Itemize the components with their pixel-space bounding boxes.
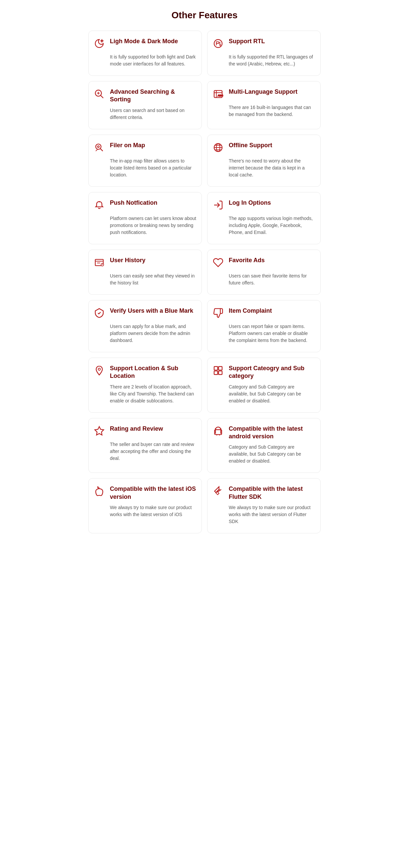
search-icon bbox=[94, 89, 106, 101]
feature-card-support-location: Support Location & Sub LocationThere are… bbox=[88, 358, 202, 413]
svg-point-18 bbox=[98, 146, 99, 147]
feature-title: Rating and Review bbox=[110, 425, 163, 433]
feature-title: Push Notfication bbox=[110, 199, 157, 207]
category-icon bbox=[213, 365, 225, 377]
login-icon bbox=[213, 200, 225, 212]
star-icon bbox=[94, 426, 106, 438]
feature-description: It is fully supported the RTL languages … bbox=[229, 54, 315, 67]
feature-title: Item Complaint bbox=[229, 307, 272, 315]
svg-rect-33 bbox=[218, 367, 222, 370]
features-grid: Ligh Mode & Dark ModeIt is fully support… bbox=[88, 31, 321, 533]
feature-title: Support Location & Sub Location bbox=[110, 365, 196, 380]
feature-description: Users can report fake or spam items. Pla… bbox=[229, 323, 315, 344]
feature-header: Support Cateogry and Sub category bbox=[213, 365, 315, 380]
thumbs-down-icon bbox=[213, 308, 225, 320]
feature-description: We always try to make sure our product w… bbox=[229, 504, 315, 525]
feature-title: Support RTL bbox=[229, 37, 265, 45]
feature-card-offline-support: Offline SupportThere's no need to worry … bbox=[207, 134, 321, 187]
map-search-icon bbox=[94, 142, 106, 154]
feature-header: Compatible with the latest iOS version bbox=[94, 485, 196, 501]
svg-rect-35 bbox=[218, 371, 222, 374]
feature-card-rating-review: Rating and ReviewThe seller and buyer ca… bbox=[88, 418, 202, 473]
feature-title: Support Cateogry and Sub category bbox=[229, 365, 315, 380]
feature-card-support-category: Support Cateogry and Sub categoryCategor… bbox=[207, 358, 321, 413]
feature-header: Support Location & Sub Location bbox=[94, 365, 196, 380]
heart-icon bbox=[213, 257, 225, 269]
feature-title: User History bbox=[110, 256, 145, 264]
feature-header: Log In Options bbox=[213, 199, 315, 212]
rtl-icon bbox=[213, 38, 225, 50]
language-icon: ABC bbox=[213, 89, 225, 101]
feature-header: Compatible with the latest android versi… bbox=[213, 425, 315, 441]
feature-card-support-rtl: Support RTLIt is fully supported the RTL… bbox=[207, 31, 321, 76]
page-title: Other Features bbox=[88, 10, 321, 21]
moon-sun-icon bbox=[94, 38, 106, 50]
feature-description: Users can search and sort based on diffe… bbox=[110, 107, 196, 121]
feature-description: There are 2 levels of location approach,… bbox=[110, 383, 196, 404]
feature-card-advanced-searching: Advanced Searching & SortingUsers can se… bbox=[88, 81, 202, 129]
feature-header: Rating and Review bbox=[94, 425, 196, 438]
feature-title: Ligh Mode & Dark Mode bbox=[110, 37, 178, 45]
feature-description: Users can apply for a blue mark, and pla… bbox=[110, 323, 196, 344]
history-icon bbox=[94, 257, 106, 269]
feature-card-push-notification: Push NotficationPlatform owners can let … bbox=[88, 192, 202, 244]
feature-header: Advanced Searching & Sorting bbox=[94, 88, 196, 104]
android-icon bbox=[213, 426, 225, 438]
feature-card-ios-version: Compatible with the latest iOS versionWe… bbox=[88, 478, 202, 533]
feature-title: Filer on Map bbox=[110, 142, 145, 149]
feature-description: The app supports various login methods, … bbox=[229, 215, 315, 236]
svg-point-31 bbox=[98, 368, 101, 370]
feature-title: Offline Support bbox=[229, 142, 272, 149]
feature-card-login-options: Log In OptionsThe app supports various l… bbox=[207, 192, 321, 244]
svg-line-9 bbox=[101, 96, 103, 98]
feature-title: Compatible with the latest android versi… bbox=[229, 425, 315, 441]
globe-icon bbox=[213, 142, 225, 154]
feature-header: ABC Multi-Language Support bbox=[213, 88, 315, 101]
svg-line-17 bbox=[100, 149, 103, 151]
feature-header: Favorite Ads bbox=[213, 256, 315, 269]
verify-icon bbox=[94, 308, 106, 320]
feature-header: Verify Users with a Blue Mark bbox=[94, 307, 196, 320]
feature-card-flutter-sdk: Compatible with the latest Flutter SDKWe… bbox=[207, 478, 321, 533]
feature-title: Multi-Language Support bbox=[229, 88, 298, 96]
location-icon bbox=[94, 365, 106, 377]
svg-point-0 bbox=[101, 40, 103, 41]
feature-title: Verify Users with a Blue Mark bbox=[110, 307, 193, 315]
feature-title: Compatible with the latest Flutter SDK bbox=[229, 485, 315, 501]
svg-point-16 bbox=[96, 144, 101, 149]
feature-title: Compatible with the latest iOS version bbox=[110, 485, 196, 501]
feature-card-favorite-ads: Favorite AdsUsers can save their favorit… bbox=[207, 250, 321, 295]
feature-description: There are 16 built-in languages that can… bbox=[229, 104, 315, 118]
feature-header: Push Notfication bbox=[94, 199, 196, 212]
feature-description: Users can save their favorite items for … bbox=[229, 273, 315, 286]
feature-description: Users can easily see what they viewed in… bbox=[110, 273, 196, 286]
feature-header: Filer on Map bbox=[94, 142, 196, 154]
feature-card-android-version: Compatible with the latest android versi… bbox=[207, 418, 321, 473]
svg-rect-32 bbox=[214, 367, 218, 370]
feature-title: Log In Options bbox=[229, 199, 271, 207]
feature-description: Category and Sub Category are available,… bbox=[229, 444, 315, 465]
svg-text:ABC: ABC bbox=[218, 94, 224, 97]
feature-card-light-dark-mode: Ligh Mode & Dark ModeIt is fully support… bbox=[88, 31, 202, 76]
svg-marker-36 bbox=[95, 426, 104, 435]
feature-title: Favorite Ads bbox=[229, 256, 265, 264]
feature-card-verify-users: Verify Users with a Blue MarkUsers can a… bbox=[88, 300, 202, 352]
feature-header: User History bbox=[94, 256, 196, 269]
feature-description: We always try to make sure our product w… bbox=[110, 504, 196, 518]
feature-description: It is fully supported for both light and… bbox=[110, 54, 196, 67]
feature-card-item-complaint: Item ComplaintUsers can report fake or s… bbox=[207, 300, 321, 352]
apple-icon bbox=[94, 486, 106, 498]
feature-header: Item Complaint bbox=[213, 307, 315, 320]
feature-description: There's no need to worry about the inter… bbox=[229, 157, 315, 179]
bell-icon bbox=[94, 200, 106, 212]
feature-description: Platform owners can let users know about… bbox=[110, 215, 196, 236]
feature-description: The seller and buyer can rate and review… bbox=[110, 441, 196, 462]
feature-header: Compatible with the latest Flutter SDK bbox=[213, 485, 315, 501]
feature-description: The in-app map filter allows users to lo… bbox=[110, 157, 196, 179]
feature-card-filter-map: Filer on MapThe in-app map filter allows… bbox=[88, 134, 202, 187]
svg-rect-34 bbox=[214, 371, 218, 374]
feature-header: Offline Support bbox=[213, 142, 315, 154]
feature-description: Category and Sub Category are available,… bbox=[229, 383, 315, 404]
feature-title: Advanced Searching & Sorting bbox=[110, 88, 196, 104]
feature-card-user-history: User HistoryUsers can easily see what th… bbox=[88, 250, 202, 295]
